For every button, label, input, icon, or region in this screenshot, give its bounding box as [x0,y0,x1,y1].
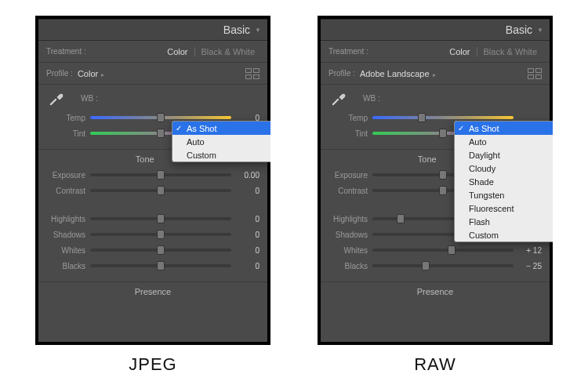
wb-row: WB : [321,85,550,108]
treatment-row: Treatment : Color Black & White [321,41,550,63]
basic-panel-jpeg: Basic ▼ Treatment : Color Black & White … [38,19,267,342]
treatment-bw[interactable]: Black & White [479,45,542,58]
slider-exposure[interactable]: Exposure0.00 [46,167,260,183]
collapse-icon: ▼ [255,27,261,34]
caption-left: JPEG [129,354,176,375]
basic-panel-raw: Basic ▼ Treatment : Color Black & White … [321,19,550,342]
eyedropper-icon[interactable] [46,89,65,107]
wb-option[interactable]: Cloudy [455,162,553,175]
wb-option[interactable]: Flash [455,215,553,228]
panel-title: Basic [506,24,532,36]
collapse-icon: ▼ [537,27,543,34]
wb-dropdown[interactable]: ✓As ShotAutoCustom [172,121,270,162]
treatment-label: Treatment : [46,47,86,56]
profile-row: Profile : Adobe Landscape▸ [321,63,550,85]
panel-header[interactable]: Basic ▼ [321,19,550,41]
profile-value[interactable]: Adobe Landscape▸ [355,67,441,80]
slider-blacks[interactable]: Blacks0 [46,258,260,274]
caption-right: RAW [414,354,456,375]
panel-title: Basic [223,24,250,36]
profile-label: Profile : [46,69,73,78]
wb-row: WB : [38,85,267,108]
presence-section-header: Presence [321,281,550,298]
slider-whites[interactable]: Whites0 [46,242,260,258]
wb-option[interactable]: Auto [172,135,270,148]
profile-value[interactable]: Color▸ [73,67,109,80]
wb-option[interactable]: Custom [172,148,270,162]
slider-highlights[interactable]: Highlights0 [46,211,260,227]
wb-dropdown[interactable]: ✓As ShotAutoDaylightCloudyShadeTungstenF… [454,121,553,242]
wb-option[interactable]: Custom [455,228,553,241]
wb-option[interactable]: Auto [455,135,553,148]
wb-option[interactable]: Shade [455,175,553,188]
wb-label: WB : [81,94,98,103]
treatment-color[interactable]: Color [162,45,192,58]
eyedropper-icon[interactable] [328,89,347,107]
slider-shadows[interactable]: Shadows0 [46,227,260,242]
wb-option[interactable]: ✓As Shot [172,122,270,135]
slider-whites[interactable]: Whites+ 12 [328,242,542,258]
presence-section-header: Presence [38,281,267,298]
profile-row: Profile : Color▸ [38,63,267,85]
wb-option[interactable]: Tungsten [455,188,553,201]
treatment-label: Treatment : [328,47,368,56]
treatment-bw[interactable]: Black & White [197,45,260,58]
profile-browser-icon[interactable] [245,68,260,79]
wb-label: WB : [363,94,380,103]
wb-option[interactable]: Daylight [455,148,553,162]
treatment-row: Treatment : Color Black & White [38,41,267,63]
wb-option[interactable]: Fluorescent [455,201,553,215]
profile-browser-icon[interactable] [528,68,542,79]
treatment-color[interactable]: Color [445,45,474,58]
panel-header[interactable]: Basic ▼ [38,19,267,41]
wb-option[interactable]: ✓As Shot [455,122,553,135]
profile-label: Profile : [328,69,355,78]
slider-blacks[interactable]: Blacks− 25 [328,258,542,274]
slider-contrast[interactable]: Contrast0 [46,183,260,198]
